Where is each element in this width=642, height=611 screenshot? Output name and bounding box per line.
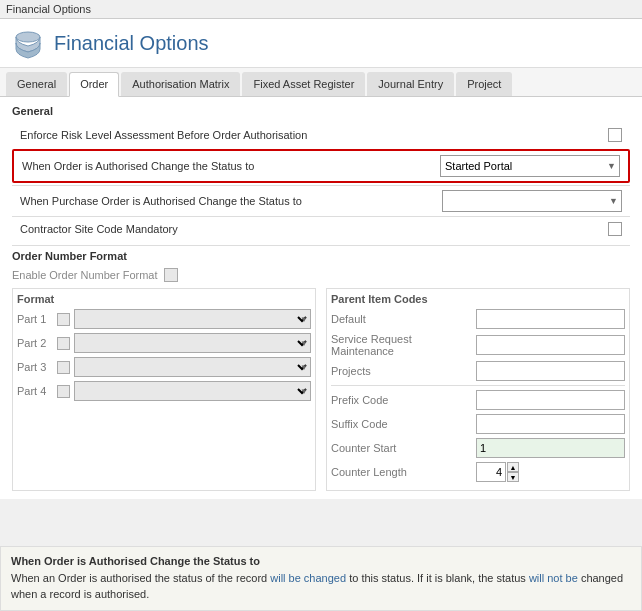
default-input[interactable] [476,309,625,329]
contractor-label: Contractor Site Code Mandatory [20,223,608,235]
help-text-2: to this status. If it is blank, the stat… [346,572,529,584]
service-request-label: Service Request Maintenance [331,333,476,357]
purchase-order-dropdown[interactable] [442,190,622,212]
format-column: Format Part 1 Part 2 [12,288,316,491]
enable-checkbox[interactable] [164,268,178,282]
enable-row: Enable Order Number Format [12,268,630,282]
prefix-code-row: Prefix Code [331,390,625,410]
part-4-checkbox[interactable] [57,385,70,398]
enforce-risk-label: Enforce Risk Level Assessment Before Ord… [20,129,608,141]
order-status-row: When Order is Authorised Change the Stat… [12,149,630,183]
part-1-row: Part 1 [17,309,311,329]
projects-label: Projects [331,365,476,377]
part-1-dropdown-wrapper [74,309,311,329]
contractor-control [608,222,622,236]
part-1-dropdown[interactable] [74,309,311,329]
parent-item-codes-title: Parent Item Codes [331,293,625,305]
form-section: General Enforce Risk Level Assessment Be… [0,97,642,499]
tabs-bar: General Order Authorisation Matrix Fixed… [0,68,642,97]
page-title: Financial Options [54,32,209,55]
two-col-layout: Format Part 1 Part 2 [12,288,630,491]
service-request-row: Service Request Maintenance [331,333,625,357]
enable-label: Enable Order Number Format [12,269,158,281]
counter-start-row: Counter Start [331,438,625,458]
right-divider [331,385,625,386]
help-text: When an Order is authorised the status o… [11,571,631,602]
help-section: When Order is Authorised Change the Stat… [0,546,642,611]
order-number-format-label: Order Number Format [12,250,630,262]
help-text-1-blue: will be changed [270,572,346,584]
order-status-dropdown[interactable]: Started Portal [440,155,620,177]
part-2-row: Part 2 [17,333,311,353]
tab-general[interactable]: General [6,72,67,96]
part-3-dropdown[interactable] [74,357,311,377]
service-request-input[interactable] [476,335,625,355]
counter-start-label: Counter Start [331,442,476,454]
part-3-checkbox[interactable] [57,361,70,374]
order-status-control: Started Portal [440,155,620,177]
tab-authorisation[interactable]: Authorisation Matrix [121,72,240,96]
part-4-dropdown-wrapper [74,381,311,401]
part-3-row: Part 3 [17,357,311,377]
divider-1 [12,245,630,246]
suffix-code-label: Suffix Code [331,418,476,430]
counter-length-down[interactable]: ▼ [507,472,519,482]
title-bar-label: Financial Options [6,3,91,15]
part-4-row: Part 4 [17,381,311,401]
part-2-dropdown-wrapper [74,333,311,353]
counter-length-wrapper: ▲ ▼ [476,462,519,482]
projects-row: Projects [331,361,625,381]
contractor-checkbox[interactable] [608,222,622,236]
part-3-label: Part 3 [17,361,57,373]
purchase-order-row: When Purchase Order is Authorised Change… [12,185,630,217]
purchase-order-label: When Purchase Order is Authorised Change… [20,195,442,207]
counter-length-spinner: ▲ ▼ [507,462,519,482]
counter-length-input[interactable] [476,462,506,482]
svg-point-0 [16,32,40,42]
counter-length-label: Counter Length [331,466,476,478]
part-1-label: Part 1 [17,313,57,325]
counter-length-up[interactable]: ▲ [507,462,519,472]
counter-start-input[interactable] [476,438,625,458]
default-label: Default [331,313,476,325]
enforce-risk-row: Enforce Risk Level Assessment Before Ord… [12,123,630,147]
enforce-risk-checkbox[interactable] [608,128,622,142]
help-text-1: When an Order is authorised the status o… [11,572,270,584]
default-row: Default [331,309,625,329]
general-section-label: General [12,105,630,117]
part-2-checkbox[interactable] [57,337,70,350]
prefix-code-label: Prefix Code [331,394,476,406]
projects-input[interactable] [476,361,625,381]
right-column: Parent Item Codes Default Service Reques… [326,288,630,491]
page-header: Financial Options [0,19,642,68]
prefix-code-input[interactable] [476,390,625,410]
tab-order[interactable]: Order [69,72,119,97]
title-bar: Financial Options [0,0,642,19]
enforce-risk-control [608,128,622,142]
tab-journal-entry[interactable]: Journal Entry [367,72,454,96]
part-3-dropdown-wrapper [74,357,311,377]
suffix-code-row: Suffix Code [331,414,625,434]
purchase-order-dropdown-wrapper [442,190,622,212]
order-status-label: When Order is Authorised Change the Stat… [22,160,440,172]
tab-fixed-asset[interactable]: Fixed Asset Register [242,72,365,96]
help-text-2-blue: will not be [529,572,578,584]
help-title: When Order is Authorised Change the Stat… [11,555,631,567]
part-4-label: Part 4 [17,385,57,397]
purchase-order-control [442,190,622,212]
part-4-dropdown[interactable] [74,381,311,401]
part-2-label: Part 2 [17,337,57,349]
format-title: Format [17,293,311,305]
counter-length-row: Counter Length ▲ ▼ [331,462,625,482]
suffix-code-input[interactable] [476,414,625,434]
order-status-dropdown-wrapper: Started Portal [440,155,620,177]
contractor-row: Contractor Site Code Mandatory [12,217,630,241]
header-icon [12,27,44,59]
tab-project[interactable]: Project [456,72,512,96]
part-2-dropdown[interactable] [74,333,311,353]
part-1-checkbox[interactable] [57,313,70,326]
